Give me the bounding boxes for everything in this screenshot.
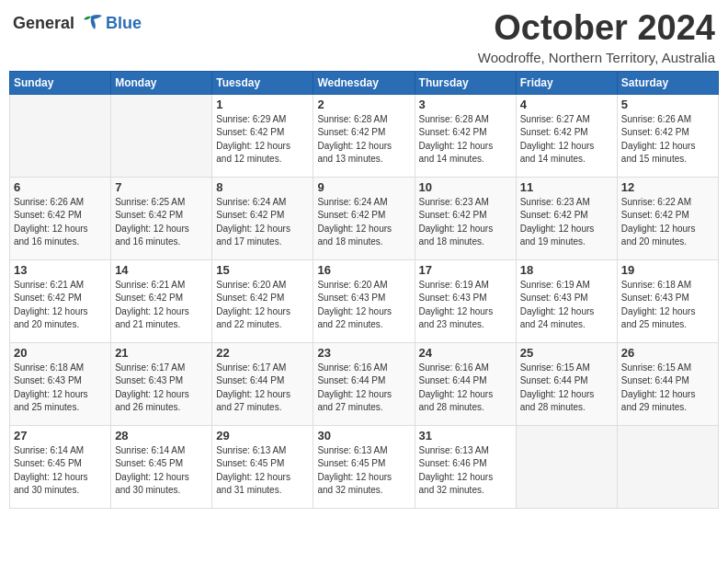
month-title: October 2024	[478, 9, 715, 48]
calendar-cell: 6Sunrise: 6:26 AM Sunset: 6:42 PM Daylig…	[10, 177, 111, 259]
calendar-cell: 26Sunrise: 6:15 AM Sunset: 6:44 PM Dayli…	[617, 342, 718, 425]
calendar-cell: 21Sunrise: 6:17 AM Sunset: 6:43 PM Dayli…	[111, 342, 212, 425]
calendar-cell: 30Sunrise: 6:13 AM Sunset: 6:45 PM Dayli…	[313, 425, 415, 508]
day-info: Sunrise: 6:28 AM Sunset: 6:42 PM Dayligh…	[419, 113, 512, 167]
day-of-week-header: Friday	[516, 71, 617, 94]
calendar-cell: 10Sunrise: 6:23 AM Sunset: 6:42 PM Dayli…	[415, 177, 516, 259]
day-info: Sunrise: 6:23 AM Sunset: 6:42 PM Dayligh…	[419, 196, 512, 249]
calendar-cell: 2Sunrise: 6:28 AM Sunset: 6:42 PM Daylig…	[313, 94, 415, 177]
calendar-cell: 4Sunrise: 6:27 AM Sunset: 6:42 PM Daylig…	[516, 94, 617, 177]
calendar-cell: 9Sunrise: 6:24 AM Sunset: 6:42 PM Daylig…	[313, 177, 415, 259]
day-info: Sunrise: 6:14 AM Sunset: 6:45 PM Dayligh…	[115, 444, 208, 498]
day-number: 6	[14, 180, 107, 194]
day-info: Sunrise: 6:17 AM Sunset: 6:43 PM Dayligh…	[115, 362, 208, 415]
day-number: 2	[317, 98, 410, 111]
calendar-cell: 17Sunrise: 6:19 AM Sunset: 6:43 PM Dayli…	[415, 259, 516, 342]
calendar-cell: 15Sunrise: 6:20 AM Sunset: 6:42 PM Dayli…	[212, 259, 313, 342]
day-number: 21	[115, 346, 208, 360]
day-number: 26	[621, 346, 714, 360]
day-of-week-header: Wednesday	[313, 71, 415, 94]
day-of-week-header: Monday	[111, 71, 212, 94]
calendar-week-row: 1Sunrise: 6:29 AM Sunset: 6:42 PM Daylig…	[10, 94, 719, 177]
day-number: 8	[216, 180, 309, 194]
calendar-cell: 5Sunrise: 6:26 AM Sunset: 6:42 PM Daylig…	[617, 94, 718, 177]
day-number: 22	[216, 346, 309, 360]
day-info: Sunrise: 6:13 AM Sunset: 6:45 PM Dayligh…	[317, 444, 410, 498]
calendar-cell: 8Sunrise: 6:24 AM Sunset: 6:42 PM Daylig…	[212, 177, 313, 259]
day-info: Sunrise: 6:17 AM Sunset: 6:44 PM Dayligh…	[216, 362, 309, 415]
calendar-week-row: 6Sunrise: 6:26 AM Sunset: 6:42 PM Daylig…	[10, 177, 719, 259]
calendar-cell: 28Sunrise: 6:14 AM Sunset: 6:45 PM Dayli…	[111, 425, 212, 508]
day-number: 19	[621, 263, 714, 277]
day-number: 29	[216, 429, 309, 442]
day-number: 9	[317, 180, 410, 194]
day-of-week-header: Tuesday	[212, 71, 313, 94]
location: Woodroffe, Northern Territory, Australia	[478, 50, 715, 65]
calendar-cell: 11Sunrise: 6:23 AM Sunset: 6:42 PM Dayli…	[516, 177, 617, 259]
calendar-header-row: SundayMondayTuesdayWednesdayThursdayFrid…	[10, 71, 719, 94]
calendar-cell	[516, 425, 617, 508]
day-number: 4	[520, 98, 613, 111]
calendar-cell	[617, 425, 718, 508]
calendar-cell: 27Sunrise: 6:14 AM Sunset: 6:45 PM Dayli…	[10, 425, 111, 508]
day-number: 12	[621, 180, 714, 194]
day-of-week-header: Saturday	[617, 71, 718, 94]
day-number: 30	[317, 429, 410, 442]
day-info: Sunrise: 6:19 AM Sunset: 6:43 PM Dayligh…	[520, 279, 613, 332]
day-info: Sunrise: 6:15 AM Sunset: 6:44 PM Dayligh…	[621, 362, 714, 415]
calendar-cell: 14Sunrise: 6:21 AM Sunset: 6:42 PM Dayli…	[111, 259, 212, 342]
logo-blue-text: Blue	[106, 14, 142, 33]
logo-general-text: General	[13, 14, 74, 33]
calendar-cell: 16Sunrise: 6:20 AM Sunset: 6:43 PM Dayli…	[313, 259, 415, 342]
day-info: Sunrise: 6:18 AM Sunset: 6:43 PM Dayligh…	[621, 279, 714, 332]
day-number: 24	[419, 346, 512, 360]
day-info: Sunrise: 6:21 AM Sunset: 6:42 PM Dayligh…	[115, 279, 208, 332]
day-info: Sunrise: 6:25 AM Sunset: 6:42 PM Dayligh…	[115, 196, 208, 249]
calendar-cell: 22Sunrise: 6:17 AM Sunset: 6:44 PM Dayli…	[212, 342, 313, 425]
day-info: Sunrise: 6:20 AM Sunset: 6:43 PM Dayligh…	[317, 279, 410, 332]
day-info: Sunrise: 6:29 AM Sunset: 6:42 PM Dayligh…	[216, 113, 309, 167]
day-number: 16	[317, 263, 410, 277]
calendar-cell: 23Sunrise: 6:16 AM Sunset: 6:44 PM Dayli…	[313, 342, 415, 425]
calendar-table: SundayMondayTuesdayWednesdayThursdayFrid…	[9, 71, 719, 509]
title-area: October 2024 Woodroffe, Northern Territo…	[478, 9, 715, 65]
day-info: Sunrise: 6:14 AM Sunset: 6:45 PM Dayligh…	[14, 444, 107, 498]
calendar-cell: 29Sunrise: 6:13 AM Sunset: 6:45 PM Dayli…	[212, 425, 313, 508]
day-number: 5	[621, 98, 714, 111]
day-of-week-header: Thursday	[415, 71, 516, 94]
day-info: Sunrise: 6:16 AM Sunset: 6:44 PM Dayligh…	[419, 362, 512, 415]
calendar-cell: 20Sunrise: 6:18 AM Sunset: 6:43 PM Dayli…	[10, 342, 111, 425]
calendar-cell: 31Sunrise: 6:13 AM Sunset: 6:46 PM Dayli…	[415, 425, 516, 508]
calendar-cell	[111, 94, 212, 177]
day-info: Sunrise: 6:22 AM Sunset: 6:42 PM Dayligh…	[621, 196, 714, 249]
calendar-cell: 1Sunrise: 6:29 AM Sunset: 6:42 PM Daylig…	[212, 94, 313, 177]
day-number: 28	[115, 429, 208, 442]
logo-bird-icon	[78, 13, 104, 33]
day-info: Sunrise: 6:24 AM Sunset: 6:42 PM Dayligh…	[216, 196, 309, 249]
day-info: Sunrise: 6:15 AM Sunset: 6:44 PM Dayligh…	[520, 362, 613, 415]
page-header: General Blue October 2024 Woodroffe, Nor…	[9, 9, 719, 65]
day-info: Sunrise: 6:13 AM Sunset: 6:45 PM Dayligh…	[216, 444, 309, 498]
calendar-cell: 18Sunrise: 6:19 AM Sunset: 6:43 PM Dayli…	[516, 259, 617, 342]
day-info: Sunrise: 6:20 AM Sunset: 6:42 PM Dayligh…	[216, 279, 309, 332]
calendar-cell: 19Sunrise: 6:18 AM Sunset: 6:43 PM Dayli…	[617, 259, 718, 342]
day-number: 31	[419, 429, 512, 442]
day-info: Sunrise: 6:26 AM Sunset: 6:42 PM Dayligh…	[14, 196, 107, 249]
calendar-cell: 24Sunrise: 6:16 AM Sunset: 6:44 PM Dayli…	[415, 342, 516, 425]
calendar-week-row: 13Sunrise: 6:21 AM Sunset: 6:42 PM Dayli…	[10, 259, 719, 342]
day-info: Sunrise: 6:19 AM Sunset: 6:43 PM Dayligh…	[419, 279, 512, 332]
day-info: Sunrise: 6:21 AM Sunset: 6:42 PM Dayligh…	[14, 279, 107, 332]
calendar-cell: 3Sunrise: 6:28 AM Sunset: 6:42 PM Daylig…	[415, 94, 516, 177]
day-number: 15	[216, 263, 309, 277]
day-number: 25	[520, 346, 613, 360]
day-info: Sunrise: 6:24 AM Sunset: 6:42 PM Dayligh…	[317, 196, 410, 249]
calendar-cell: 12Sunrise: 6:22 AM Sunset: 6:42 PM Dayli…	[617, 177, 718, 259]
calendar-cell: 7Sunrise: 6:25 AM Sunset: 6:42 PM Daylig…	[111, 177, 212, 259]
day-number: 27	[14, 429, 107, 442]
day-number: 17	[419, 263, 512, 277]
day-info: Sunrise: 6:23 AM Sunset: 6:42 PM Dayligh…	[520, 196, 613, 249]
day-number: 7	[115, 180, 208, 194]
calendar-cell	[10, 94, 111, 177]
day-info: Sunrise: 6:26 AM Sunset: 6:42 PM Dayligh…	[621, 113, 714, 167]
day-number: 1	[216, 98, 309, 111]
